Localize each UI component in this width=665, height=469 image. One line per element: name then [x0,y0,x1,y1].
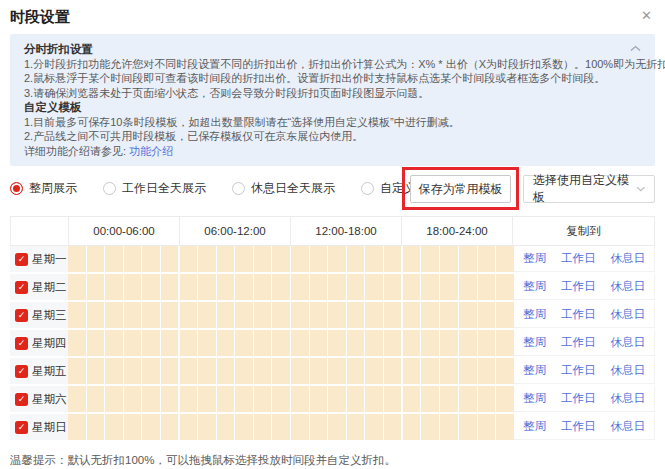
time-slot-cell[interactable] [161,330,180,356]
time-slot-cell[interactable] [496,274,514,300]
time-slot-cell[interactable] [87,386,106,412]
time-slot-cell[interactable] [235,386,254,412]
time-slot-cell[interactable] [384,246,403,272]
time-slot-cell[interactable] [459,414,478,440]
time-slot-cell[interactable] [254,358,273,384]
time-slot-cell[interactable] [180,330,199,356]
copy-link-2[interactable]: 休息日 [611,419,646,434]
time-slot-cell[interactable] [384,386,403,412]
time-slot-cell[interactable] [496,358,514,384]
time-slot-cell[interactable] [142,274,161,300]
time-slot-cell[interactable] [124,330,143,356]
time-slot-cell[interactable] [124,302,143,328]
time-slot-cell[interactable] [254,246,273,272]
time-slot-cell[interactable] [180,302,199,328]
time-slot-cell[interactable] [440,330,459,356]
time-slot-cell[interactable] [496,246,514,272]
time-slot-cell[interactable] [347,274,366,300]
time-slot-cell[interactable] [328,386,347,412]
time-slot-cell[interactable] [198,302,217,328]
time-slot-cell[interactable] [440,386,459,412]
time-slot-cell[interactable] [254,330,273,356]
time-slot-cell[interactable] [328,246,347,272]
time-slot-cell[interactable] [365,302,384,328]
time-slot-cell[interactable] [328,302,347,328]
copy-link-1[interactable]: 工作日 [561,419,596,434]
time-slot-cell[interactable] [105,330,124,356]
time-slot-cell[interactable] [328,274,347,300]
time-slot-cell[interactable] [291,386,310,412]
time-slot-cell[interactable] [87,246,106,272]
time-slot-cell[interactable] [403,302,422,328]
time-slot-cell[interactable] [440,246,459,272]
time-slot-cell[interactable] [421,330,440,356]
copy-link-2[interactable]: 休息日 [611,391,646,406]
time-slot-cell[interactable] [180,414,199,440]
time-slot-cell[interactable] [235,274,254,300]
time-slot-cell[interactable] [217,274,236,300]
time-slot-cell[interactable] [310,330,329,356]
time-slot-cell[interactable] [105,246,124,272]
time-slot-cell[interactable] [161,386,180,412]
copy-link-1[interactable]: 工作日 [561,335,596,350]
time-slot-cell[interactable] [421,302,440,328]
day-checkbox[interactable]: ✓ [15,309,28,322]
time-slot-cell[interactable] [217,386,236,412]
time-slot-cell[interactable] [272,302,291,328]
time-slot-cell[interactable] [254,274,273,300]
time-slot-cell[interactable] [87,330,106,356]
time-slot-cell[interactable] [459,386,478,412]
time-slot-cell[interactable] [459,302,478,328]
copy-link-0[interactable]: 整周 [523,363,546,378]
time-slot-cell[interactable] [254,302,273,328]
time-slot-cell[interactable] [310,246,329,272]
time-slot-cell[interactable] [272,386,291,412]
copy-link-0[interactable]: 整周 [523,335,546,350]
time-slot-cell[interactable] [310,302,329,328]
time-slot-cell[interactable] [142,330,161,356]
feature-intro-link[interactable]: 功能介绍 [129,145,173,157]
time-slot-cell[interactable] [217,246,236,272]
copy-link-2[interactable]: 休息日 [611,307,646,322]
template-select[interactable]: 选择使用自定义模板 [523,175,655,203]
time-slot-cell[interactable] [459,358,478,384]
time-slot-cell[interactable] [87,414,106,440]
time-slot-cell[interactable] [496,330,514,356]
time-slot-cell[interactable] [272,414,291,440]
time-slot-cell[interactable] [198,358,217,384]
time-slot-cell[interactable] [291,274,310,300]
time-slot-cell[interactable] [235,414,254,440]
time-slot-cell[interactable] [403,274,422,300]
time-slot-cell[interactable] [272,358,291,384]
time-slot-cell[interactable] [365,358,384,384]
time-slot-cell[interactable] [347,386,366,412]
time-slot-cell[interactable] [180,246,199,272]
time-slot-cell[interactable] [198,386,217,412]
copy-link-0[interactable]: 整周 [523,279,546,294]
time-slot-cell[interactable] [124,386,143,412]
time-slot-cell[interactable] [161,274,180,300]
time-slot-cell[interactable] [347,302,366,328]
time-slot-cell[interactable] [384,302,403,328]
time-slot-cell[interactable] [198,330,217,356]
time-slot-cell[interactable] [124,274,143,300]
time-slot-cell[interactable] [384,274,403,300]
time-slot-cell[interactable] [347,330,366,356]
time-slot-cell[interactable] [478,386,497,412]
copy-link-0[interactable]: 整周 [523,391,546,406]
time-slot-cell[interactable] [161,302,180,328]
time-slot-cell[interactable] [496,302,514,328]
time-slot-cell[interactable] [142,246,161,272]
time-slot-cell[interactable] [310,274,329,300]
time-slot-cell[interactable] [403,414,422,440]
time-slot-cell[interactable] [105,274,124,300]
time-slot-cell[interactable] [254,386,273,412]
copy-link-2[interactable]: 休息日 [611,335,646,350]
time-slot-cell[interactable] [310,414,329,440]
time-slot-cell[interactable] [87,358,106,384]
time-slot-cell[interactable] [478,414,497,440]
time-slot-cell[interactable] [403,386,422,412]
time-slot-cell[interactable] [68,302,87,328]
close-icon[interactable]: ✕ [638,8,655,24]
time-slot-cell[interactable] [142,302,161,328]
